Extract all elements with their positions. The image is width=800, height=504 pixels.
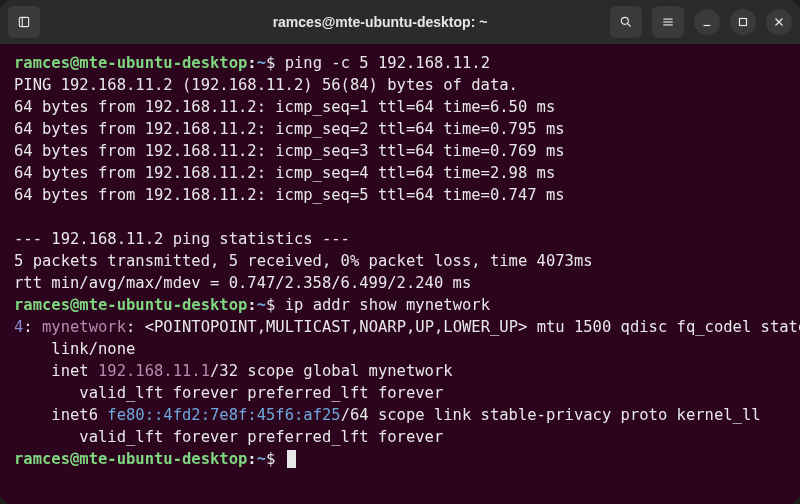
window-title: ramces@mte-ubuntu-desktop: ~ [168, 14, 592, 30]
output-line: valid_lft forever preferred_lft forever [14, 426, 786, 448]
prompt-symbol: $ [266, 54, 275, 72]
output-line: 64 bytes from 192.168.11.2: icmp_seq=3 t… [14, 140, 786, 162]
svg-point-2 [621, 17, 628, 24]
output-line: link/none [14, 338, 786, 360]
maximize-button[interactable] [730, 9, 756, 35]
svg-rect-8 [740, 19, 747, 26]
command-text: ip addr show mynetwork [285, 296, 490, 314]
output-line [14, 206, 786, 228]
prompt-symbol: $ [266, 450, 275, 468]
terminal-body[interactable]: ramces@mte-ubuntu-desktop:~$ ping -c 5 1… [0, 44, 800, 504]
output-line: 4: mynetwork: <POINTOPOINT,MULTICAST,NOA… [14, 316, 786, 338]
menu-button[interactable] [652, 6, 684, 38]
output-line: 64 bytes from 192.168.11.2: icmp_seq=4 t… [14, 162, 786, 184]
prompt-line: ramces@mte-ubuntu-desktop:~$ [14, 448, 786, 470]
output-line: 5 packets transmitted, 5 received, 0% pa… [14, 250, 786, 272]
titlebar: ramces@mte-ubuntu-desktop: ~ [0, 0, 800, 44]
output-line: PING 192.168.11.2 (192.168.11.2) 56(84) … [14, 74, 786, 96]
output-line: inet6 fe80::4fd2:7e8f:45f6:af25/64 scope… [14, 404, 786, 426]
minimize-button[interactable] [694, 9, 720, 35]
hamburger-icon [661, 15, 675, 29]
prompt-symbol: $ [266, 296, 275, 314]
prompt-userhost: ramces@mte-ubuntu-desktop [14, 450, 247, 468]
svg-rect-0 [19, 17, 28, 26]
prompt-path: ~ [257, 450, 266, 468]
close-icon [772, 15, 786, 29]
prompt-userhost: ramces@mte-ubuntu-desktop [14, 54, 247, 72]
output-line: --- 192.168.11.2 ping statistics --- [14, 228, 786, 250]
output-line: inet 192.168.11.1/32 scope global mynetw… [14, 360, 786, 382]
prompt-path: ~ [257, 54, 266, 72]
maximize-icon [736, 15, 750, 29]
new-tab-button[interactable] [8, 6, 40, 38]
prompt-line: ramces@mte-ubuntu-desktop:~$ ip addr sho… [14, 294, 786, 316]
prompt-line: ramces@mte-ubuntu-desktop:~$ ping -c 5 1… [14, 52, 786, 74]
svg-line-3 [628, 24, 631, 27]
output-line: 64 bytes from 192.168.11.2: icmp_seq=1 t… [14, 96, 786, 118]
prompt-userhost: ramces@mte-ubuntu-desktop [14, 296, 247, 314]
command-text: ping -c 5 192.168.11.2 [285, 54, 490, 72]
cursor [287, 450, 296, 468]
close-button[interactable] [766, 9, 792, 35]
output-line: rtt min/avg/max/mdev = 0.747/2.358/6.499… [14, 272, 786, 294]
search-button[interactable] [610, 6, 642, 38]
output-line: 64 bytes from 192.168.11.2: icmp_seq=2 t… [14, 118, 786, 140]
search-icon [619, 15, 633, 29]
new-tab-icon [17, 15, 31, 29]
output-line: 64 bytes from 192.168.11.2: icmp_seq=5 t… [14, 184, 786, 206]
terminal-window: ramces@mte-ubuntu-desktop: ~ ramces@mte-… [0, 0, 800, 504]
output-line: valid_lft forever preferred_lft forever [14, 382, 786, 404]
minimize-icon [700, 15, 714, 29]
prompt-path: ~ [257, 296, 266, 314]
